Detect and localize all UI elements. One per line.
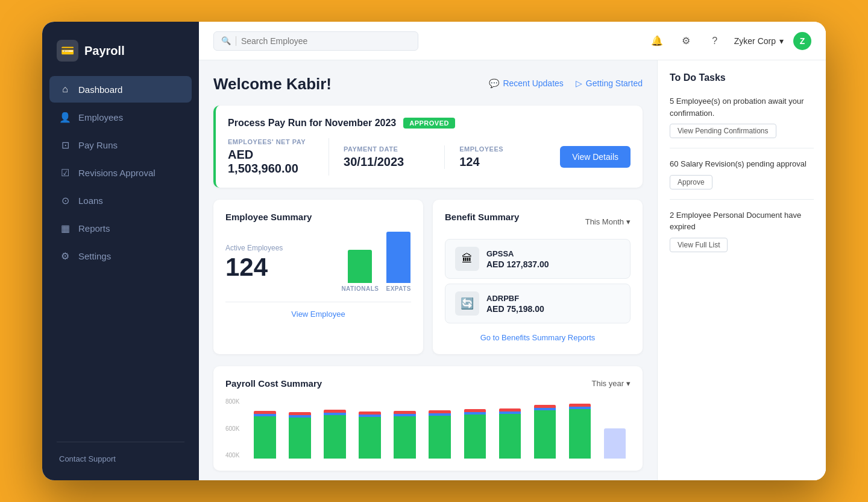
getting-started-link[interactable]: ▷ Getting Started — [576, 78, 643, 88]
benefit-name: ADRPBF — [486, 294, 544, 303]
chevron-down-icon: ▾ — [626, 379, 631, 388]
page-title: Welcome Kabir! — [213, 75, 332, 94]
y-axis: 800K 600K 400K — [225, 398, 239, 459]
todo-item-expired-docs: 2 Employee Personal Document have expire… — [670, 209, 814, 262]
bar-stack-3 — [354, 411, 386, 459]
search-input[interactable] — [241, 36, 410, 46]
benefits-report-link[interactable]: Go to Benefits Summary Reports — [445, 328, 631, 342]
benefit-amount: AED 75,198.00 — [486, 304, 544, 314]
sidebar-item-pay-runs[interactable]: ⊡ Pay Runs — [49, 132, 192, 158]
sidebar-item-dashboard[interactable]: ⌂ Dashboard — [49, 76, 192, 103]
expats-bar-group: EXPATS — [386, 232, 411, 292]
chart-bar-5 — [424, 410, 456, 459]
chart-container: 800K 600K 400K — [225, 398, 631, 459]
todo-item-salary-revision: 60 Salary Revision(s) pending approval A… — [670, 158, 814, 200]
chevron-down-icon: ▾ — [779, 36, 784, 46]
benefit-summary-card: Benefit Summary This Month ▾ 🏛 GPSSA AED… — [433, 200, 643, 354]
adrpbf-logo: 🔄 — [455, 291, 479, 316]
net-pay-label: EMPLOYEES' NET PAY — [228, 138, 314, 145]
sidebar-item-settings[interactable]: ⚙ Settings — [49, 243, 192, 269]
benefit-header-row: Benefit Summary This Month ▾ — [445, 212, 631, 232]
view-employee-link[interactable]: View Employee — [225, 302, 411, 319]
period-selector[interactable]: This Month ▾ — [585, 217, 631, 226]
gpssa-logo: 🏛 — [455, 247, 479, 271]
employee-bar-chart: NATIONALS EXPATS — [341, 232, 411, 292]
chevron-icon: ▾ — [626, 217, 631, 226]
nationals-bar-group: NATIONALS — [341, 250, 379, 292]
payrun-card: Process Pay Run for November 2023 APPROV… — [213, 106, 643, 188]
view-pending-confirmations-button[interactable]: View Pending Confirmations — [670, 124, 776, 138]
approved-badge: APPROVED — [403, 118, 455, 129]
view-full-list-button[interactable]: View Full List — [670, 238, 728, 252]
todo-expired-text: 2 Employee Personal Document have expire… — [670, 209, 814, 233]
summary-row: Employee Summary Active Employees 124 NA… — [213, 200, 643, 354]
bar-stack-8 — [529, 405, 561, 459]
bar-stack-7 — [494, 408, 526, 459]
content: Welcome Kabir! 💬 Recent Updates ▷ Gettin… — [199, 60, 826, 480]
search-divider — [236, 36, 236, 46]
search-box[interactable]: 🔍 — [213, 31, 418, 51]
payroll-cost-card: Payroll Cost Summary This year ▾ 800K 60… — [213, 366, 643, 471]
view-details-button[interactable]: View Details — [560, 146, 631, 168]
dashboard-links: 💬 Recent Updates ▷ Getting Started — [489, 78, 643, 88]
sidebar-item-label: Pay Runs — [78, 140, 118, 150]
user-avatar[interactable]: Z — [793, 32, 811, 50]
app-name: Payroll — [84, 44, 125, 58]
sidebar-item-label: Loans — [78, 195, 103, 206]
active-label: Active Employees — [225, 244, 332, 252]
todo-sidebar: To Do Tasks 5 Employee(s) on probation a… — [657, 60, 826, 480]
chart-bar-1 — [284, 412, 315, 459]
benefit-details: GPSSA AED 127,837.00 — [486, 249, 549, 269]
approve-button[interactable]: Approve — [670, 175, 712, 189]
header: 🔍 🔔 ⚙ ? Zyker Corp ▾ Z — [199, 22, 826, 60]
chart-bars — [249, 398, 631, 459]
sidebar-item-reports[interactable]: ▦ Reports — [49, 215, 192, 241]
recent-updates-link[interactable]: 💬 Recent Updates — [489, 78, 563, 88]
benefit-item-adrpbf: 🔄 ADRPBF AED 75,198.00 — [445, 284, 631, 323]
net-pay-stat: EMPLOYEES' NET PAY AED 1,503,960.00 — [228, 138, 329, 176]
net-pay-value: AED 1,503,960.00 — [228, 148, 314, 176]
sidebar-item-label: Dashboard — [78, 84, 122, 95]
sidebar-item-employees[interactable]: 👤 Employees — [49, 104, 192, 130]
chart-bar-9 — [564, 404, 596, 459]
company-name: Zyker Corp — [734, 36, 776, 46]
sidebar-item-label: Reports — [78, 223, 110, 234]
chart-bar-6 — [459, 409, 491, 459]
chart-bar-7 — [494, 408, 526, 459]
sidebar-item-revisions-approval[interactable]: ☑ Revisions Approval — [49, 159, 192, 186]
bar-stack-6 — [459, 409, 491, 459]
sidebar-divider — [57, 442, 184, 442]
benefit-name: GPSSA — [486, 249, 549, 258]
sidebar-item-label: Employees — [78, 112, 123, 122]
sidebar-item-label: Settings — [78, 251, 111, 261]
reports-icon: ▦ — [59, 222, 71, 234]
help-button[interactable]: ? — [705, 31, 725, 51]
notifications-button[interactable]: 🔔 — [647, 31, 667, 51]
expats-label: EXPATS — [386, 285, 411, 292]
todo-salary-text: 60 Salary Revision(s) pending approval — [670, 158, 814, 170]
y-label-800k: 800K — [225, 398, 239, 405]
payment-date-label: PAYMENT DATE — [344, 145, 430, 153]
sidebar-item-loans[interactable]: ⊙ Loans — [49, 187, 192, 214]
benefit-amount: AED 127,837.00 — [486, 259, 549, 269]
chart-bar-3 — [354, 411, 386, 459]
payrun-details: EMPLOYEES' NET PAY AED 1,503,960.00 PAYM… — [228, 138, 631, 176]
active-employees: Active Employees 124 — [225, 244, 332, 280]
settings-button[interactable]: ⚙ — [676, 31, 696, 51]
benefit-item-gpssa: 🏛 GPSSA AED 127,837.00 — [445, 239, 631, 279]
sidebar-nav: ⌂ Dashboard 👤 Employees ⊡ Pay Runs ☑ Rev… — [42, 76, 199, 434]
expats-bar — [386, 232, 410, 283]
bar-stack-1 — [284, 412, 315, 459]
cost-period-selector[interactable]: This year ▾ — [592, 379, 631, 388]
contact-support-link[interactable]: Contact Support — [42, 450, 199, 468]
employee-summary-title: Employee Summary — [225, 212, 411, 222]
todo-probation-text: 5 Employee(s) on probation await your co… — [670, 95, 814, 119]
sidebar: 💳 Payroll ⌂ Dashboard 👤 Employees ⊡ Pay … — [42, 22, 199, 480]
payrun-title: Process Pay Run for November 2023 — [228, 118, 396, 129]
bar-stack-4 — [389, 411, 421, 459]
todo-item-probation: 5 Employee(s) on probation await your co… — [670, 95, 814, 148]
y-label-600k: 600K — [225, 425, 239, 432]
employees-value: 124 — [459, 155, 546, 169]
company-selector[interactable]: Zyker Corp ▾ — [734, 36, 784, 46]
bar-stack-2 — [319, 410, 350, 459]
